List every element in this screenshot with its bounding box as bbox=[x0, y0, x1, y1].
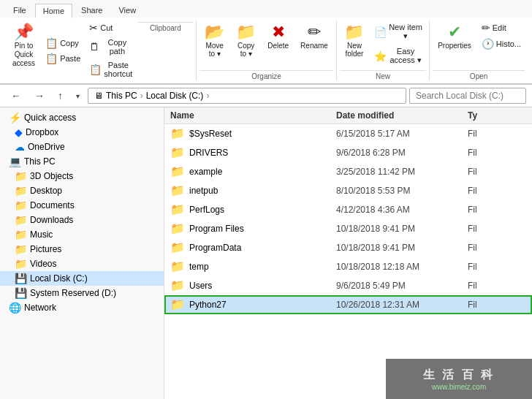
sidebar-item-documents[interactable]: 📁 Documents bbox=[0, 198, 164, 213]
sidebar-item-system-reserved[interactable]: 💾 System Reserved (D:) bbox=[0, 286, 164, 300]
sidebar-item-desktop[interactable]: 📁 Desktop bbox=[0, 183, 164, 198]
sidebar-item-label-downloads: Downloads bbox=[30, 215, 73, 225]
new-folder-button[interactable]: 📁 Newfolder bbox=[340, 20, 369, 61]
sidebar-item-label-desktop: Desktop bbox=[30, 186, 62, 196]
file-type-cell: Fil bbox=[468, 300, 526, 310]
new-group: 📁 Newfolder 📄 New item ▾ ⭐ Easy access ▾… bbox=[337, 20, 430, 80]
edit-button[interactable]: ✏ Edit bbox=[478, 20, 525, 35]
col-header-type[interactable]: Ty bbox=[468, 110, 526, 121]
folder-icon: 📁 bbox=[170, 202, 185, 216]
col-header-date[interactable]: Date modified bbox=[336, 110, 468, 121]
copy-to-button[interactable]: 📁 Copyto ▾ bbox=[231, 20, 261, 61]
sidebar-item-videos[interactable]: 📁 Videos bbox=[0, 256, 164, 271]
file-date-cell: 10/18/2018 12:18 AM bbox=[336, 262, 468, 272]
file-name-cell: 📁 Users bbox=[170, 278, 336, 292]
rename-label: Rename bbox=[300, 42, 328, 50]
file-type-cell: Fil bbox=[468, 243, 526, 253]
move-to-button[interactable]: 📂 Moveto ▾ bbox=[200, 20, 229, 61]
system-reserved-icon: 💾 bbox=[15, 287, 27, 299]
copy-button[interactable]: 📋 Copy bbox=[42, 36, 84, 50]
copy-path-button[interactable]: 🗒 Copy path bbox=[86, 36, 136, 58]
rename-button[interactable]: ✏ Rename bbox=[295, 20, 333, 53]
back-button[interactable]: ← bbox=[6, 88, 26, 104]
organize-buttons: 📂 Moveto ▾ 📁 Copyto ▾ ✖ Delete ✏ Rename bbox=[200, 20, 333, 69]
main-area: ⚡ Quick access ◆ Dropbox ☁ OneDrive 💻 Th… bbox=[0, 107, 532, 399]
file-type-cell: Fil bbox=[468, 262, 526, 272]
file-date-cell: 3/25/2018 11:42 PM bbox=[336, 167, 468, 177]
file-date-cell: 6/15/2018 5:17 AM bbox=[336, 129, 468, 139]
tab-view[interactable]: View bbox=[111, 3, 143, 18]
table-row[interactable]: 📁 example 3/25/2018 11:42 PM Fil bbox=[164, 162, 532, 181]
table-row[interactable]: 📁 Python27 10/26/2018 12:31 AM Fil bbox=[164, 295, 532, 314]
properties-button[interactable]: ✔ Properties bbox=[433, 20, 476, 53]
new-item-easy-container: 📄 New item ▾ ⭐ Easy access ▾ bbox=[370, 20, 426, 67]
open-group: ✔ Properties ✏ Edit 🕐 Histo... Open bbox=[430, 20, 528, 80]
delete-label: Delete bbox=[267, 42, 289, 50]
paste-shortcut-button[interactable]: 📋 Paste shortcut bbox=[86, 58, 136, 80]
cut-button[interactable]: ✂ Cut bbox=[86, 20, 136, 35]
paste-button[interactable]: 📋 Paste bbox=[42, 51, 84, 66]
rename-icon: ✏ bbox=[308, 24, 321, 40]
up-button[interactable]: ↑ bbox=[53, 88, 68, 104]
forward-button[interactable]: → bbox=[29, 88, 50, 104]
delete-button[interactable]: ✖ Delete bbox=[262, 20, 294, 53]
table-row[interactable]: 📁 inetpub 8/10/2018 5:53 PM Fil bbox=[164, 181, 532, 200]
file-type-cell: Fil bbox=[468, 186, 526, 196]
new-item-button[interactable]: 📄 New item ▾ bbox=[370, 20, 426, 43]
paste-label: Paste bbox=[60, 54, 80, 63]
pin-to-quick-access-button[interactable]: 📌 Pin to Quick access bbox=[7, 20, 40, 72]
search-input[interactable] bbox=[409, 88, 526, 104]
address-icon: 🖥 bbox=[94, 91, 103, 101]
sidebar-item-dropbox[interactable]: ◆ Dropbox bbox=[0, 125, 164, 140]
easy-access-button[interactable]: ⭐ Easy access ▾ bbox=[370, 45, 426, 67]
file-name-cell: 📁 ProgramData bbox=[170, 240, 336, 254]
file-name: PerfLogs bbox=[189, 205, 224, 215]
sidebar-item-label-music: Music bbox=[30, 229, 53, 240]
sidebar-item-pictures[interactable]: 📁 Pictures bbox=[0, 242, 164, 256]
table-row[interactable]: 📁 DRIVERS 9/6/2018 6:28 PM Fil bbox=[164, 143, 532, 162]
sidebar-item-onedrive[interactable]: ☁ OneDrive bbox=[0, 140, 164, 154]
table-row[interactable]: 📁 $SysReset 6/15/2018 5:17 AM Fil bbox=[164, 124, 532, 143]
recent-locations-button[interactable]: ▾ bbox=[71, 90, 85, 102]
address-bar: ← → ↑ ▾ 🖥 This PC › Local Disk (C:) › bbox=[0, 85, 532, 107]
cut-icon: ✂ bbox=[89, 23, 98, 33]
file-type-cell: Fil bbox=[468, 205, 526, 215]
sidebar-item-this-pc[interactable]: 💻 This PC bbox=[0, 154, 164, 169]
sidebar-item-label-3d-objects: 3D Objects bbox=[30, 171, 73, 181]
network-icon: 🌐 bbox=[9, 302, 21, 314]
table-row[interactable]: 📁 ProgramData 10/18/2018 9:41 PM Fil bbox=[164, 238, 532, 257]
folder-icon: 📁 bbox=[170, 164, 185, 178]
tab-home[interactable]: Home bbox=[35, 4, 72, 18]
ribbon: File Home Share View 📌 Pin to Quick acce… bbox=[0, 0, 532, 85]
table-row[interactable]: 📁 Program Files 10/18/2018 9:41 PM Fil bbox=[164, 219, 532, 238]
watermark: 生 活 百 科 www.bimeiz.com bbox=[386, 359, 532, 399]
file-date-cell: 9/6/2018 6:28 PM bbox=[336, 148, 468, 158]
tab-file[interactable]: File bbox=[6, 3, 34, 18]
table-row[interactable]: 📁 temp 10/18/2018 12:18 AM Fil bbox=[164, 257, 532, 276]
address-path[interactable]: 🖥 This PC › Local Disk (C:) › bbox=[88, 88, 406, 104]
sidebar-item-downloads[interactable]: 📁 Downloads bbox=[0, 213, 164, 227]
sidebar-item-music[interactable]: 📁 Music bbox=[0, 227, 164, 242]
sidebar-item-label-system-reserved: System Reserved (D:) bbox=[30, 288, 116, 298]
history-button[interactable]: 🕐 Histo... bbox=[478, 37, 525, 51]
copy-icon: 📋 bbox=[45, 38, 58, 48]
sidebar-item-label-documents: Documents bbox=[30, 200, 75, 210]
pin-label: Pin to Quick access bbox=[12, 42, 35, 68]
sidebar-item-local-disk[interactable]: 💾 Local Disk (C:) bbox=[0, 271, 164, 286]
sidebar-item-quick-access[interactable]: ⚡ Quick access bbox=[0, 110, 164, 125]
copy-path-label: Copy path bbox=[102, 38, 132, 56]
table-row[interactable]: 📁 PerfLogs 4/12/2018 4:36 AM Fil bbox=[164, 200, 532, 219]
tab-share[interactable]: Share bbox=[74, 3, 110, 18]
sidebar-item-label-this-pc: This PC bbox=[24, 156, 56, 167]
cut-copy-path-container: ✂ Cut 🗒 Copy path 📋 Paste shortcut bbox=[86, 20, 136, 80]
sidebar-item-label-local-disk: Local Disk (C:) bbox=[30, 273, 88, 284]
col-header-name[interactable]: Name bbox=[170, 110, 336, 121]
properties-icon: ✔ bbox=[448, 24, 461, 40]
file-name-cell: 📁 PerfLogs bbox=[170, 202, 336, 216]
file-name-cell: 📁 Program Files bbox=[170, 221, 336, 235]
sidebar-item-network[interactable]: 🌐 Network bbox=[0, 300, 164, 315]
watermark-text: 生 活 百 科 bbox=[423, 368, 495, 383]
table-row[interactable]: 📁 Users 9/6/2018 5:49 PM Fil bbox=[164, 276, 532, 295]
sidebar-item-3d-objects[interactable]: 📁 3D Objects bbox=[0, 169, 164, 183]
copy-path-icon: 🗒 bbox=[89, 42, 99, 52]
